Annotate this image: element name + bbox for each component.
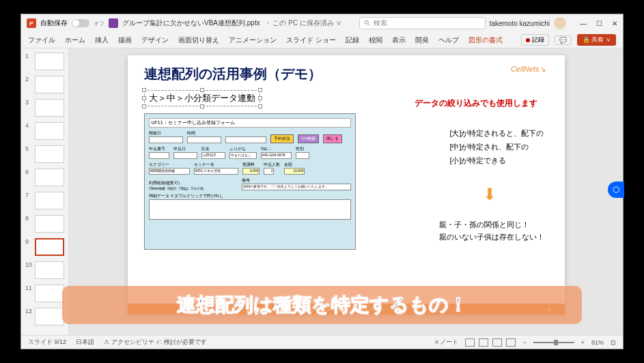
tab-shape-format[interactable]: 図形の書式 bbox=[468, 35, 503, 45]
accessibility-status[interactable]: ⚠ アクセシビリティ: 検討が必要です bbox=[104, 338, 207, 347]
minimize-button[interactable]: — bbox=[580, 20, 587, 27]
ribbon-tabs: ファイル ホーム 挿入 描画 デザイン 画面切り替え アニメーション スライド … bbox=[21, 32, 623, 48]
search-icon bbox=[364, 20, 371, 27]
form-screenshot: UF11：セミナー申し込み登録フォーム 開催日 時間 予約状況 ﾘｽﾄ検索 閉じ… bbox=[144, 113, 356, 250]
share-button[interactable]: 🔒 共有 ∨ bbox=[577, 34, 616, 46]
reading-view-icon[interactable] bbox=[492, 338, 502, 347]
powerpoint-icon: P bbox=[27, 18, 36, 28]
autosave-toggle[interactable] bbox=[72, 19, 89, 27]
tab-draw[interactable]: 描画 bbox=[118, 35, 132, 45]
user-name[interactable]: takemoto kazumichi bbox=[490, 20, 550, 27]
save-icon[interactable] bbox=[109, 18, 118, 28]
slide-title[interactable]: 連想配列の活用事例（デモ） bbox=[144, 65, 548, 83]
thumbnail-12[interactable]: 12 bbox=[25, 308, 64, 325]
arrow-down-icon: ⬇ bbox=[483, 185, 496, 204]
resize-handle[interactable] bbox=[142, 96, 146, 100]
notes-button[interactable]: ≡ ノート bbox=[435, 338, 459, 347]
file-name[interactable]: グループ集計に欠かせないVBA連想配列.pptx bbox=[122, 18, 260, 28]
resize-handle[interactable] bbox=[200, 104, 204, 108]
language-indicator[interactable]: 日本語 bbox=[76, 338, 94, 347]
svg-line-1 bbox=[367, 24, 369, 26]
explanation-text[interactable]: [大]が特定されると、配下の [中]が特定され、配下の [小]が特定できる bbox=[449, 127, 544, 167]
video-subtitle-overlay: 連想配列は種類を特定するもの！ bbox=[62, 286, 582, 324]
resize-handle[interactable] bbox=[258, 88, 262, 92]
subtitle-text: 連想配列は種類を特定するもの！ bbox=[177, 292, 468, 318]
subtitle-textbox-selected[interactable]: 大＞中＞小分類データ連動 bbox=[144, 90, 260, 106]
thumbnail-7[interactable]: 7 bbox=[25, 192, 64, 209]
thumbnail-9[interactable]: 9 bbox=[25, 238, 64, 256]
tab-file[interactable]: ファイル bbox=[28, 35, 55, 45]
thumbnail-5[interactable]: 5 bbox=[25, 145, 64, 163]
thumbnail-2[interactable]: 2 bbox=[25, 76, 64, 93]
tab-help[interactable]: ヘルプ bbox=[438, 35, 459, 45]
form-dropdown bbox=[187, 136, 221, 143]
thumbnail-8[interactable]: 8 bbox=[25, 215, 64, 233]
user-avatar[interactable] bbox=[554, 17, 566, 29]
resize-handle[interactable] bbox=[258, 96, 262, 100]
form-button: ﾘｽﾄ検索 bbox=[298, 134, 319, 143]
red-note-text[interactable]: データの絞り込みでも使用します bbox=[415, 98, 537, 109]
tab-review[interactable]: 校閲 bbox=[369, 35, 382, 45]
slideshow-view-icon[interactable] bbox=[506, 338, 516, 347]
bottom-note-text[interactable]: 親・子・孫の関係と同じ！ 親のいない子供は存在しない！ bbox=[439, 219, 544, 243]
resize-handle[interactable] bbox=[200, 88, 204, 92]
slide-canvas[interactable]: 連想配列の活用事例（デモ） CellNets 大＞中＞小分類データ連動 データの… bbox=[128, 55, 565, 315]
close-button[interactable]: ✕ bbox=[612, 20, 617, 27]
record-dot-icon bbox=[526, 38, 530, 42]
tab-animations[interactable]: アニメーション bbox=[229, 35, 277, 45]
search-input[interactable]: 検索 bbox=[359, 17, 486, 29]
tab-home[interactable]: ホーム bbox=[65, 35, 85, 45]
resize-handle[interactable] bbox=[142, 88, 146, 92]
tab-transitions[interactable]: 画面切り替え bbox=[178, 35, 219, 45]
zoom-level[interactable]: 81% bbox=[591, 339, 604, 346]
normal-view-icon[interactable] bbox=[465, 338, 475, 347]
form-button: 予約状況 bbox=[270, 134, 294, 143]
tab-design[interactable]: デザイン bbox=[141, 35, 169, 45]
tab-slideshow[interactable]: スライド ショー bbox=[286, 35, 336, 45]
dropbox-badge-icon[interactable]: ⬡ bbox=[608, 182, 624, 198]
resize-handle[interactable] bbox=[258, 104, 262, 108]
resize-handle[interactable] bbox=[142, 104, 146, 108]
record-button[interactable]: 記録 bbox=[521, 34, 549, 46]
status-bar: スライド 9/12 日本語 ⚠ アクセシビリティ: 検討が必要です ≡ ノート … bbox=[21, 335, 623, 349]
svg-point-0 bbox=[365, 20, 368, 24]
slide-position[interactable]: スライド 9/12 bbox=[28, 338, 66, 347]
thumbnail-6[interactable]: 6 bbox=[25, 169, 64, 186]
tab-view[interactable]: 表示 bbox=[392, 35, 406, 45]
zoom-out[interactable]: − bbox=[522, 339, 526, 346]
thumbnail-4[interactable]: 4 bbox=[25, 122, 64, 140]
thumbnail-10[interactable]: 10 bbox=[25, 261, 64, 279]
form-button: 閉じる bbox=[323, 134, 342, 143]
tab-record[interactable]: 記録 bbox=[346, 35, 359, 45]
fit-to-window[interactable]: ⊡ bbox=[611, 339, 616, 346]
thumbnail-1[interactable]: 1 bbox=[25, 53, 64, 70]
form-title: UF11：セミナー申し込み登録フォーム bbox=[149, 118, 351, 128]
thumbnail-3[interactable]: 3 bbox=[25, 99, 64, 117]
form-dropdown bbox=[225, 136, 266, 143]
comments-button[interactable]: 💬 bbox=[555, 35, 572, 45]
thumbnail-11[interactable]: 11 bbox=[25, 285, 64, 302]
tab-developer[interactable]: 開発 bbox=[415, 35, 429, 45]
zoom-slider[interactable] bbox=[533, 342, 574, 343]
maximize-button[interactable]: ☐ bbox=[596, 20, 602, 27]
cellnets-logo: CellNets bbox=[511, 65, 546, 74]
zoom-in[interactable]: + bbox=[581, 339, 585, 346]
form-dropdown bbox=[149, 136, 183, 143]
sorter-view-icon[interactable] bbox=[479, 338, 488, 347]
tab-insert[interactable]: 挿入 bbox=[95, 35, 109, 45]
saved-status[interactable]: ・ この PC に保存済み ∨ bbox=[264, 18, 341, 28]
autosave-state: オフ bbox=[94, 20, 104, 27]
autosave-label: 自動保存 bbox=[40, 18, 68, 28]
